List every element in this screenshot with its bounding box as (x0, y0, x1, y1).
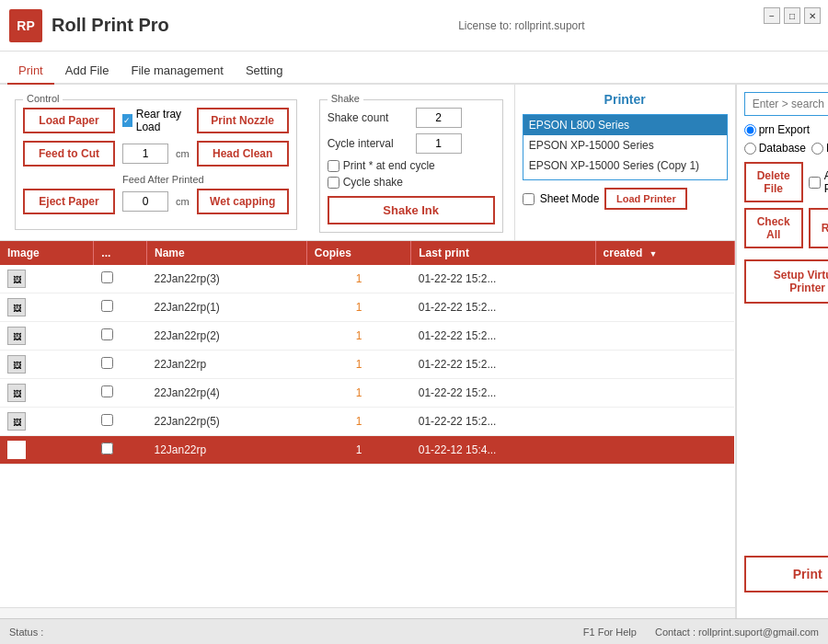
col-image: Image (0, 241, 94, 265)
load-paper-button[interactable]: Load Paper (23, 108, 115, 133)
close-button[interactable]: ✕ (804, 7, 821, 24)
feed-to-cut-unit: cm (176, 148, 190, 159)
print-button[interactable]: Print (744, 556, 828, 592)
row-checkbox[interactable] (101, 385, 113, 397)
print-at-end-checkbox[interactable] (328, 160, 339, 172)
control-row-3: Eject Paper cm Wet capping (23, 189, 289, 214)
cell-image: 🖼 (0, 436, 94, 465)
menu-print[interactable]: Print (7, 58, 54, 85)
row-checkbox[interactable] (101, 443, 113, 454)
print-nozzle-button[interactable]: Print Nozzle (197, 108, 289, 133)
feed-after-unit: cm (176, 196, 190, 207)
cell-name: 22Jan22rp(2) (146, 322, 306, 351)
table-row[interactable]: 🖼 22Jan22rp 1 01-22-22 15:2... (0, 351, 734, 379)
file-image-icon: 🖼 (7, 270, 26, 288)
cycle-interval-input[interactable] (416, 133, 462, 154)
feed-to-cut-button[interactable]: Feed to Cut (23, 141, 115, 167)
col-last-print: Last print (411, 241, 595, 265)
right-panel: prn Export Database List Print Delete Fi… (736, 85, 828, 618)
head-clean-button[interactable]: Head Clean (197, 141, 289, 167)
radio-list-print[interactable]: List Print (811, 142, 828, 155)
row-checkbox[interactable] (101, 328, 113, 340)
cell-copies: 1 (306, 379, 410, 408)
file-image-icon: 🖼 (7, 327, 26, 345)
cell-check (94, 265, 147, 293)
printer-item-1[interactable]: EPSON XP-15000 Series (523, 135, 727, 155)
delete-file-button[interactable]: Delete File (744, 162, 803, 202)
cell-copies: 1 (306, 408, 410, 436)
wet-capping-button[interactable]: Wet capping (197, 189, 289, 214)
printer-item-2[interactable]: EPSON XP-15000 Series (Copy 1) (523, 155, 727, 176)
eject-paper-button[interactable]: Eject Paper (23, 189, 115, 214)
table-row[interactable]: 🖼 22Jan22rp(4) 1 01-22-22 15:2... (0, 379, 734, 408)
load-printer-button[interactable]: Load Printer (604, 188, 687, 210)
table-row[interactable]: 🖼 22Jan22rp(3) 1 01-22-22 15:2... (0, 265, 734, 293)
reload-button[interactable]: Reload (809, 208, 828, 248)
cell-check (94, 322, 147, 351)
scrollbar-area[interactable] (0, 607, 735, 618)
shake-count-row: Shake count (328, 108, 495, 128)
table-row[interactable]: 🖼 22Jan22rp(5) 1 01-22-22 15:2... (0, 408, 734, 436)
cell-last-print: 01-22-22 15:2... (411, 293, 595, 322)
col-created: created ▼ (595, 241, 734, 265)
row-checkbox[interactable] (101, 271, 113, 283)
radio-prn-input[interactable] (744, 124, 756, 136)
cycle-shake-checkbox[interactable] (328, 177, 339, 189)
feed-after-input[interactable] (122, 191, 168, 212)
cell-created (595, 351, 734, 379)
radio-db-label: Database (759, 142, 806, 155)
cell-check (94, 408, 147, 436)
auto-print-checkbox[interactable] (809, 177, 821, 189)
menu-add-file[interactable]: Add File (54, 58, 121, 85)
feed-to-cut-input[interactable] (122, 144, 168, 164)
menu-setting[interactable]: Setting (235, 58, 293, 85)
sheet-mode-checkbox[interactable] (523, 193, 535, 205)
file-image-icon: 🖼 (7, 355, 26, 374)
check-all-button[interactable]: Check All (744, 208, 803, 248)
app-logo: RP (9, 9, 42, 42)
minimize-button[interactable]: − (764, 7, 780, 24)
radio-db-input[interactable] (744, 143, 756, 155)
cell-copies: 1 (306, 265, 410, 293)
radio-list-input[interactable] (811, 143, 823, 155)
row-checkbox[interactable] (101, 300, 113, 312)
cell-copies: 1 (306, 293, 410, 322)
control-row-1: Load Paper ✓ Rear tray Load Print Nozzle (23, 108, 289, 133)
row-checkbox[interactable] (101, 414, 113, 426)
cycle-interval-row: Cycle interval (328, 133, 495, 154)
cell-name: 22Jan22rp (146, 351, 306, 379)
radio-database[interactable]: Database (744, 142, 806, 155)
search-input[interactable] (744, 92, 828, 116)
table-row[interactable]: 🖼 22Jan22rp(1) 1 01-22-22 15:2... (0, 293, 734, 322)
file-list-section: Image ... Name Copies Last print created… (0, 241, 735, 607)
right-panel-dots: ... (744, 600, 828, 611)
printer-item-0[interactable]: EPSON L800 Series (523, 115, 727, 135)
feed-after-label: Feed After Printed (122, 174, 289, 185)
spacer (744, 311, 828, 548)
printer-title: Printer (523, 92, 728, 107)
table-row[interactable]: 🖼 22Jan22rp(2) 1 01-22-22 15:2... (0, 322, 734, 351)
auto-print-row: Auto Print (809, 162, 828, 202)
menu-file-management[interactable]: File management (120, 58, 234, 85)
row-checkbox[interactable] (101, 357, 113, 369)
print-at-end-label: Print * at end cycle (343, 159, 435, 172)
rear-tray-checkbox[interactable]: ✓ Rear tray Load (122, 108, 190, 133)
left-panel: Control Load Paper ✓ Rear tray Load Prin… (0, 85, 736, 618)
table-row[interactable]: 🖼 12Jan22rp 1 01-22-12 15:4... (0, 436, 734, 465)
cell-name: 22Jan22rp(1) (146, 293, 306, 322)
rear-tray-check-icon: ✓ (122, 114, 132, 127)
sheet-mode-label: Sheet Mode (540, 192, 600, 205)
setup-virtual-printer-button[interactable]: Setup Virtual Printer (744, 259, 828, 304)
maximize-button[interactable]: □ (784, 7, 800, 24)
cell-check (94, 351, 147, 379)
file-image-icon: 🖼 (7, 412, 26, 431)
sort-icon: ▼ (650, 249, 658, 259)
cell-image: 🖼 (0, 379, 94, 408)
shake-ink-button[interactable]: Shake Ink (328, 196, 495, 224)
cell-copies: 1 (306, 436, 410, 465)
top-panels: Control Load Paper ✓ Rear tray Load Prin… (0, 85, 735, 241)
radio-prn-export[interactable]: prn Export (744, 123, 810, 136)
cell-last-print: 01-22-22 15:2... (411, 265, 595, 293)
shake-count-input[interactable] (416, 108, 462, 128)
cell-last-print: 01-22-22 15:2... (411, 351, 595, 379)
